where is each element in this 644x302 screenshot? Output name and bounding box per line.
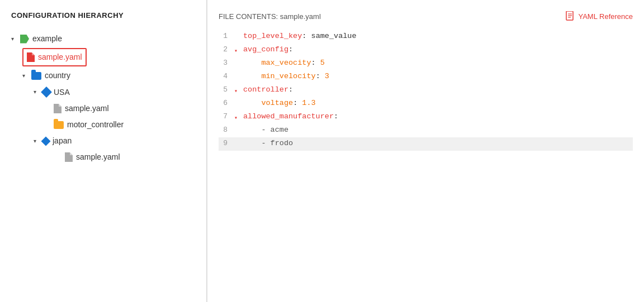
code-line-9: 9 - frodo — [219, 137, 633, 151]
tree-label-example: example — [32, 32, 62, 46]
chevron-icon-japan: ▾ — [34, 136, 39, 146]
tree-item-motor-controller[interactable]: motor_controller — [11, 117, 206, 133]
code-view: 1 top_level_key: same_value 2 ▾ avg_conf… — [219, 30, 633, 151]
code-line-8: 8 - acme — [219, 124, 633, 137]
line-num-5: 5 — [219, 84, 234, 97]
code-line-2: 2 ▾ avg_config: — [219, 44, 633, 57]
code-line-5: 5 ▾ controller: — [219, 84, 633, 97]
tree-item-example[interactable]: ▾ example — [11, 31, 206, 47]
yaml-reference-link[interactable]: YAML Reference — [566, 11, 633, 21]
tree-item-usa[interactable]: ▾ USA — [11, 84, 206, 100]
line-num-4: 4 — [219, 70, 234, 84]
tree-item-sample-yaml-selected[interactable]: sample.yaml — [22, 48, 87, 66]
code-val: : same_value — [302, 32, 356, 40]
line-num-2: 2 — [219, 44, 234, 57]
line-arrow-7: ▾ — [234, 111, 243, 124]
line-arrow-8 — [234, 124, 243, 137]
chevron-icon: ▾ — [11, 34, 17, 44]
line-content-5: controller: — [243, 84, 633, 97]
line-num-6: 6 — [219, 97, 234, 111]
line-num-7: 7 — [219, 111, 234, 124]
code-line-6: 6 voltage: 1.3 — [219, 97, 633, 111]
line-arrow-6 — [234, 97, 243, 111]
code-colon-3: : — [311, 59, 320, 67]
code-key: top_level_key — [243, 32, 302, 40]
tree-label-sample-yaml-japan: sample.yaml — [76, 150, 120, 164]
line-content-2: avg_config: — [243, 44, 633, 57]
file-gray-icon-japan — [65, 152, 73, 162]
green-tag-icon — [20, 35, 29, 44]
line-arrow-1 — [234, 30, 243, 44]
ws-8 — [243, 126, 261, 134]
code-num-6: 1.3 — [302, 99, 315, 107]
file-gray-icon-usa — [54, 104, 61, 113]
code-line-3: 3 max_veocity: 5 — [219, 57, 633, 70]
tree-item-sample-yaml-japan[interactable]: sample.yaml — [11, 149, 206, 165]
folder-yellow-icon-mc — [54, 121, 64, 129]
file-tree: ▾ example sample.yaml ▾ country ▾ USA — [11, 31, 206, 166]
svg-marker-0 — [27, 52, 35, 62]
code-colon-7: : — [334, 112, 338, 121]
document-icon — [566, 11, 575, 21]
config-hierarchy-panel: CONFIGURATION HIERARCHY ▾ example sample… — [0, 0, 207, 302]
line-arrow-4 — [234, 70, 243, 84]
tree-label-motor-controller: motor_controller — [67, 118, 124, 132]
tree-item-sample-yaml-usa[interactable]: sample.yaml — [11, 100, 206, 117]
code-key-mfr: allowed_manufacturer — [243, 112, 334, 121]
file-header-title: FILE CONTENTS: sample.yaml — [219, 12, 321, 21]
svg-marker-4 — [65, 152, 73, 162]
code-key-volt: voltage — [261, 99, 293, 107]
filename-label: sample.yaml — [280, 12, 321, 21]
ws-6 — [243, 99, 261, 107]
code-line-7: 7 ▾ allowed_manufacturer: — [219, 111, 633, 124]
code-num-4: 3 — [325, 72, 329, 80]
tree-label-country: country — [45, 69, 70, 83]
line-arrow-3 — [234, 57, 243, 70]
line-arrow-5: ▾ — [234, 84, 243, 97]
folder-blue-icon-country — [31, 72, 41, 80]
chevron-icon-country: ▾ — [22, 71, 28, 81]
code-num-3: 5 — [320, 59, 325, 67]
line-content-9: - frodo — [243, 137, 633, 151]
yaml-ref-label: YAML Reference — [578, 12, 633, 21]
file-header: FILE CONTENTS: sample.yaml YAML Referenc… — [219, 11, 633, 21]
code-dash-8: - acme — [261, 126, 288, 134]
file-contents-label: FILE CONTENTS: — [219, 12, 278, 21]
svg-marker-2 — [54, 104, 61, 113]
ws-4 — [243, 72, 261, 80]
code-key-ctrl: controller — [243, 85, 288, 94]
line-content-7: allowed_manufacturer: — [243, 111, 633, 124]
line-num-9: 9 — [219, 137, 234, 151]
file-contents-panel: FILE CONTENTS: sample.yaml YAML Referenc… — [207, 0, 644, 302]
code-dash-9: - frodo — [261, 139, 293, 147]
code-line-1: 1 top_level_key: same_value — [219, 30, 633, 44]
code-colon-4: : — [316, 72, 325, 80]
code-key-avg: avg_config — [243, 45, 288, 54]
svg-marker-5 — [70, 152, 73, 155]
diamond-blue-icon-usa — [41, 87, 52, 98]
line-content-4: min_velocity: 3 — [243, 70, 633, 84]
tree-label-japan: japan — [53, 134, 72, 148]
svg-marker-3 — [59, 104, 61, 107]
ws-3 — [243, 59, 261, 67]
ws-9 — [243, 139, 261, 147]
line-num-3: 3 — [219, 57, 234, 70]
line-content-6: voltage: 1.3 — [243, 97, 633, 111]
code-colon-6: : — [293, 99, 302, 107]
code-key-min: min_velocity — [261, 72, 315, 80]
line-num-1: 1 — [219, 30, 234, 44]
line-num-8: 8 — [219, 124, 234, 137]
tree-label-sample-yaml-usa: sample.yaml — [65, 102, 109, 116]
chevron-icon-usa: ▾ — [34, 87, 39, 97]
line-content-8: - acme — [243, 124, 633, 137]
code-key-max: max_veocity — [261, 59, 311, 67]
tree-label-usa: USA — [54, 85, 70, 99]
tree-item-japan[interactable]: ▾ japan — [11, 133, 206, 149]
tree-label-sample-yaml-selected: sample.yaml — [38, 50, 82, 64]
panel-title: CONFIGURATION HIERARCHY — [11, 11, 206, 20]
line-content-3: max_veocity: 5 — [243, 57, 633, 70]
tree-item-country[interactable]: ▾ country — [11, 68, 206, 84]
svg-marker-1 — [32, 52, 35, 55]
diamond-blue-icon-japan — [41, 136, 51, 146]
line-content-1: top_level_key: same_value — [243, 30, 633, 44]
